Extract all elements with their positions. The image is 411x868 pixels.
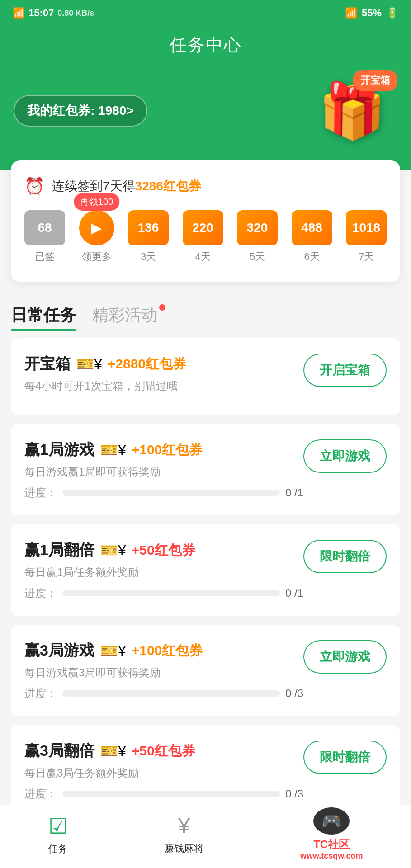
progress-bar bbox=[62, 590, 280, 596]
claim-badge[interactable]: 再领100 bbox=[74, 193, 119, 211]
day-box-3: 136 bbox=[128, 210, 169, 245]
page-header: 任务中心 bbox=[0, 24, 411, 70]
progress-bar bbox=[62, 490, 280, 496]
open-box-badge[interactable]: 开宝箱 bbox=[353, 70, 397, 91]
day-box-4: 220 bbox=[183, 210, 223, 245]
clock-icon: ⏰ bbox=[24, 177, 45, 196]
reward-icon: 🎫¥ bbox=[100, 542, 126, 559]
day-item-1: 68 已签 bbox=[24, 210, 65, 264]
play-button[interactable]: ▶ bbox=[79, 210, 114, 245]
signin-card: ⏰ 连续签到7天得3286红包券 68 已签 再领100 ▶ 领更多 136 3… bbox=[11, 160, 400, 282]
task-left: 赢1局翻倍 🎫¥ +50红包券 每日赢1局任务额外奖励 进度： 0 /1 bbox=[24, 540, 303, 600]
day-item-4: 220 4天 bbox=[183, 210, 223, 264]
coupon-balance[interactable]: 我的红包券: 1980> bbox=[14, 95, 147, 127]
progress-row: 进度： 0 /3 bbox=[24, 686, 303, 701]
wifi-icon: 📶 bbox=[345, 7, 357, 19]
battery-info: 📶 55% 🔋 bbox=[345, 7, 398, 19]
task-top: 开宝箱 🎫¥ +2880红包券 每4小时可开1次宝箱，别错过哦 开启宝箱 bbox=[24, 354, 387, 400]
task-left: 赢3局游戏 🎫¥ +100红包券 每日游戏赢3局即可获得奖励 进度： 0 /3 bbox=[24, 640, 303, 701]
task-item-win1game: 赢1局游戏 🎫¥ +100红包券 每日游戏赢1局即可获得奖励 进度： 0 /1 … bbox=[11, 424, 400, 515]
reward-icon: 🎫¥ bbox=[100, 742, 126, 760]
task-item-win1double: 赢1局翻倍 🎫¥ +50红包券 每日赢1局任务额外奖励 进度： 0 /1 限时翻… bbox=[11, 524, 400, 616]
signal-info: 📶 15:07 0.80 KB/s bbox=[13, 7, 94, 19]
progress-bar bbox=[62, 791, 280, 797]
task-left: 赢1局游戏 🎫¥ +100红包券 每日游戏赢1局即可获得奖励 进度： 0 /1 bbox=[24, 439, 303, 500]
status-bar: 📶 15:07 0.80 KB/s 📶 55% 🔋 bbox=[0, 0, 411, 24]
day-item-6: 488 6天 bbox=[292, 210, 332, 264]
tab-events[interactable]: 精彩活动 bbox=[92, 304, 165, 329]
day-box-7: 1018 bbox=[346, 210, 387, 245]
day-item-7: 1018 7天 bbox=[346, 210, 387, 264]
double-button-3[interactable]: 限时翻倍 bbox=[303, 741, 387, 774]
signal-icon: 📶 bbox=[13, 7, 25, 19]
battery-icon: 🔋 bbox=[386, 7, 398, 19]
watermark-text: TC社区 www.tcsqw.com bbox=[300, 838, 363, 861]
day-box-6: 488 bbox=[292, 210, 332, 245]
task-title-row: 赢1局游戏 🎫¥ +100红包券 bbox=[24, 439, 303, 460]
task-item-win3double: 赢3局翻倍 🎫¥ +50红包券 每日赢3局任务额外奖励 进度： 0 /3 限时翻… bbox=[11, 725, 400, 816]
reward-icon: 🎫¥ bbox=[100, 642, 126, 659]
task-title-row: 开宝箱 🎫¥ +2880红包券 bbox=[24, 354, 303, 374]
task-left: 赢3局翻倍 🎫¥ +50红包券 每日赢3局任务额外奖励 进度： 0 /3 bbox=[24, 741, 303, 801]
signin-title: 连续签到7天得3286红包券 bbox=[52, 178, 201, 195]
hero-section: 我的红包券: 1980> 开宝箱 🎁 bbox=[0, 70, 411, 170]
task-item-win3games: 赢3局游戏 🎫¥ +100红包券 每日游戏赢3局即可获得奖励 进度： 0 /3 … bbox=[11, 625, 400, 716]
mahjong-nav-icon: ¥ bbox=[178, 813, 190, 838]
signin-days: 68 已签 再领100 ▶ 领更多 136 3天 220 4天 320 bbox=[24, 210, 387, 264]
progress-row: 进度： 0 /3 bbox=[24, 787, 303, 801]
page-title: 任务中心 bbox=[0, 33, 411, 57]
play-now-button-3[interactable]: 立即游戏 bbox=[303, 640, 387, 674]
day-item-3: 136 3天 bbox=[128, 210, 169, 264]
nav-item-mahjong[interactable]: ¥ 赚钱麻将 bbox=[164, 813, 204, 855]
task-top: 赢1局游戏 🎫¥ +100红包券 每日游戏赢1局即可获得奖励 进度： 0 /1 … bbox=[24, 439, 387, 500]
bottom-nav: ☑ 任务 ¥ 赚钱麻将 🎮 TC社区 www.tcsqw.com bbox=[0, 805, 411, 868]
progress-row: 进度： 0 /1 bbox=[24, 586, 303, 600]
battery-percent: 55% bbox=[362, 7, 382, 19]
tab-daily[interactable]: 日常任务 bbox=[11, 304, 76, 329]
task-top: 赢3局翻倍 🎫¥ +50红包券 每日赢3局任务额外奖励 进度： 0 /3 限时翻… bbox=[24, 741, 387, 801]
day-box-1: 68 bbox=[24, 210, 65, 245]
double-button-1[interactable]: 限时翻倍 bbox=[303, 540, 387, 573]
open-box-button[interactable]: 开启宝箱 bbox=[303, 354, 387, 387]
progress-row: 进度： 0 /1 bbox=[24, 486, 303, 500]
progress-bar bbox=[62, 690, 280, 697]
signin-header: ⏰ 连续签到7天得3286红包券 bbox=[24, 177, 387, 196]
tabs-section: 日常任务 精彩活动 bbox=[0, 300, 411, 329]
nav-item-task[interactable]: ☑ 任务 bbox=[48, 813, 68, 856]
task-title-row: 赢3局游戏 🎫¥ +100红包券 bbox=[24, 640, 303, 661]
task-nav-icon: ☑ bbox=[48, 813, 68, 839]
task-list: 开宝箱 🎫¥ +2880红包券 每4小时可开1次宝箱，别错过哦 开启宝箱 赢1局… bbox=[0, 329, 411, 868]
tab-dot bbox=[159, 304, 165, 311]
task-top: 赢1局翻倍 🎫¥ +50红包券 每日赢1局任务额外奖励 进度： 0 /1 限时翻… bbox=[24, 540, 387, 600]
task-left: 开宝箱 🎫¥ +2880红包券 每4小时可开1次宝箱，别错过哦 bbox=[24, 354, 303, 400]
speed: 0.80 KB/s bbox=[57, 9, 94, 18]
nav-item-watermark: 🎮 TC社区 www.tcsqw.com bbox=[300, 807, 363, 861]
day-item-5: 320 5天 bbox=[237, 210, 278, 264]
reward-icon: 🎫¥ bbox=[100, 441, 126, 458]
watermark-avatar: 🎮 bbox=[313, 807, 350, 835]
gift-box-container: 开宝箱 🎁 bbox=[307, 70, 397, 151]
reward-icon: 🎫¥ bbox=[76, 355, 102, 373]
time: 15:07 bbox=[28, 7, 54, 19]
task-item-open-box: 开宝箱 🎫¥ +2880红包券 每4小时可开1次宝箱，别错过哦 开启宝箱 bbox=[11, 338, 400, 415]
task-top: 赢3局游戏 🎫¥ +100红包券 每日游戏赢3局即可获得奖励 进度： 0 /3 … bbox=[24, 640, 387, 701]
day-item-2[interactable]: 再领100 ▶ 领更多 bbox=[79, 210, 114, 264]
task-title-row: 赢3局翻倍 🎫¥ +50红包券 bbox=[24, 741, 303, 761]
day-box-5: 320 bbox=[237, 210, 278, 245]
play-now-button-1[interactable]: 立即游戏 bbox=[303, 439, 387, 473]
task-title-row: 赢1局翻倍 🎫¥ +50红包券 bbox=[24, 540, 303, 561]
